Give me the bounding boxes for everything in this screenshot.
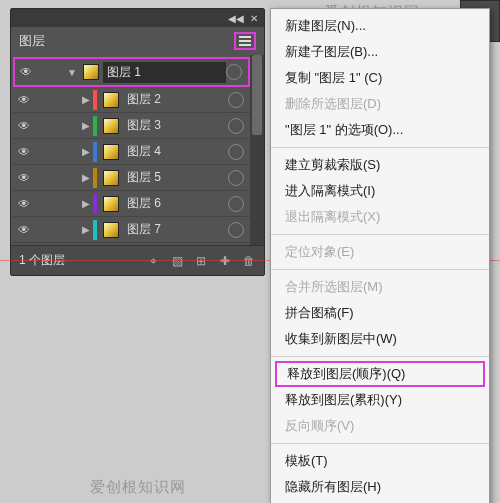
panel-header: 图层 (11, 27, 264, 55)
menu-item: 定位对象(E) (271, 239, 489, 265)
menu-item[interactable]: 隐藏所有图层(H) (271, 474, 489, 500)
target-icon[interactable] (228, 196, 244, 212)
target-icon[interactable] (228, 144, 244, 160)
expand-arrow-icon[interactable]: ▶ (79, 224, 93, 235)
menu-item[interactable]: 进入隔离模式(I) (271, 178, 489, 204)
menu-item[interactable]: 复制 "图层 1" (C) (271, 65, 489, 91)
color-bar (93, 220, 97, 240)
layer-name[interactable]: 图层 5 (123, 169, 228, 186)
color-bar (93, 90, 97, 110)
color-bar (93, 142, 97, 162)
layer-name[interactable]: 图层 3 (123, 117, 228, 134)
layer-name[interactable]: 图层 2 (123, 91, 228, 108)
menu-item: 合并所选图层(M) (271, 274, 489, 300)
menu-item[interactable]: 建立剪裁索版(S) (271, 152, 489, 178)
visibility-toggle-icon[interactable]: 👁 (15, 65, 37, 79)
color-bar (93, 116, 97, 136)
visibility-toggle-icon[interactable]: 👁 (13, 171, 35, 185)
menu-separator (271, 356, 489, 357)
visibility-toggle-icon[interactable]: 👁 (13, 197, 35, 211)
layer-name[interactable]: 图层 4 (123, 143, 228, 160)
menu-item[interactable]: 新建子图层(B)... (271, 39, 489, 65)
menu-separator (271, 443, 489, 444)
layer-row[interactable]: 👁▶图层 5 (13, 165, 250, 191)
layer-thumbnail (103, 118, 119, 134)
expand-arrow-icon[interactable]: ▶ (79, 94, 93, 105)
visibility-toggle-icon[interactable]: 👁 (13, 145, 35, 159)
expand-arrow-icon[interactable]: ▼ (65, 67, 79, 78)
watermark-bottom: 爱创根知识网 (90, 478, 186, 497)
menu-item[interactable]: 拼合图稿(F) (271, 300, 489, 326)
menu-separator (271, 234, 489, 235)
scrollbar-thumb[interactable] (252, 55, 262, 135)
color-bar (93, 194, 97, 214)
panel-title: 图层 (19, 32, 45, 50)
layer-row[interactable]: 👁▶图层 3 (13, 113, 250, 139)
panel-menu-button[interactable] (234, 32, 256, 50)
menu-item[interactable]: 模板(T) (271, 448, 489, 474)
layers-list: 👁▼图层 1👁▶图层 2👁▶图层 3👁▶图层 4👁▶图层 5👁▶图层 6👁▶图层… (11, 55, 264, 245)
visibility-toggle-icon[interactable]: 👁 (13, 223, 35, 237)
target-icon[interactable] (228, 118, 244, 134)
color-bar (93, 168, 97, 188)
target-icon[interactable] (228, 222, 244, 238)
layer-name[interactable]: 图层 1 (103, 62, 226, 83)
menu-item: 反向顺序(V) (271, 413, 489, 439)
menu-separator (271, 147, 489, 148)
layer-row[interactable]: 👁▶图层 7 (13, 217, 250, 243)
layer-name[interactable]: 图层 6 (123, 195, 228, 212)
target-icon[interactable] (228, 92, 244, 108)
menu-item: 退出隔离模式(X) (271, 204, 489, 230)
layers-panel: ◀◀ ✕ 图层 👁▼图层 1👁▶图层 2👁▶图层 3👁▶图层 4👁▶图层 5👁▶… (10, 8, 265, 276)
layer-thumbnail (83, 64, 99, 80)
layer-thumbnail (103, 92, 119, 108)
menu-item[interactable]: 释放到图层(顺序)(Q) (275, 361, 485, 387)
layer-row[interactable]: 👁▼图层 1 (13, 57, 250, 87)
menu-item[interactable]: 收集到新图层中(W) (271, 326, 489, 352)
scrollbar[interactable] (250, 55, 264, 245)
expand-arrow-icon[interactable]: ▶ (79, 198, 93, 209)
expand-arrow-icon[interactable]: ▶ (79, 172, 93, 183)
target-icon[interactable] (228, 170, 244, 186)
panel-tabbar: ◀◀ ✕ (11, 9, 264, 27)
menu-item: 删除所选图层(D) (271, 91, 489, 117)
layer-thumbnail (103, 222, 119, 238)
visibility-toggle-icon[interactable]: 👁 (13, 93, 35, 107)
menu-separator (271, 269, 489, 270)
target-icon[interactable] (226, 64, 242, 80)
layer-thumbnail (103, 196, 119, 212)
close-panel-icon[interactable]: ✕ (250, 13, 258, 24)
visibility-toggle-icon[interactable]: 👁 (13, 119, 35, 133)
context-menu: 新建图层(N)...新建子图层(B)...复制 "图层 1" (C)删除所选图层… (270, 8, 490, 503)
collapse-icon[interactable]: ◀◀ (228, 13, 244, 24)
expand-arrow-icon[interactable]: ▶ (79, 146, 93, 157)
layer-row[interactable]: 👁▶图层 6 (13, 191, 250, 217)
hamburger-icon (239, 36, 251, 46)
layer-name[interactable]: 图层 7 (123, 221, 228, 238)
menu-item[interactable]: "图层 1" 的选项(O)... (271, 117, 489, 143)
layer-row[interactable]: 👁▶图层 4 (13, 139, 250, 165)
expand-arrow-icon[interactable]: ▶ (79, 120, 93, 131)
menu-item[interactable]: 释放到图层(累积)(Y) (271, 387, 489, 413)
layer-thumbnail (103, 144, 119, 160)
menu-item[interactable]: 新建图层(N)... (271, 13, 489, 39)
layer-row[interactable]: 👁▶图层 2 (13, 87, 250, 113)
layer-thumbnail (103, 170, 119, 186)
